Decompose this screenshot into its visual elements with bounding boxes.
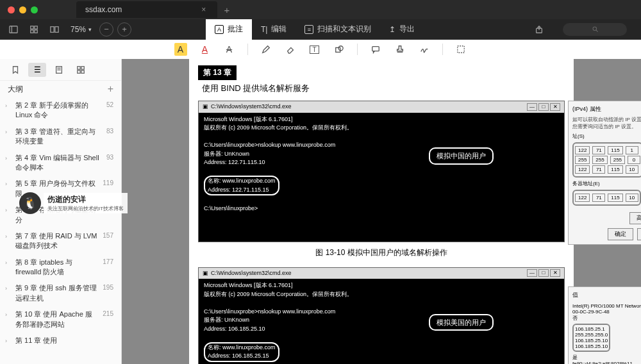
chevron-icon: › [5,154,12,163]
chevron-icon: › [5,180,12,188]
tab-export[interactable]: ↥导出 [380,19,424,40]
svg-rect-14 [457,46,464,53]
ipv4-properties: (IPv4) 属性 如可以获取自动指派的 IP 设置。否则， 您需要询问适当的 … [568,101,641,245]
chapter-title: 使用 BIND 提供域名解析服务 [199,83,574,94]
bubble-us: 模拟美国的用户 [429,314,494,331]
stamp-tool[interactable] [394,43,406,56]
tab-edit[interactable]: T|编辑 [252,19,296,40]
caption-1: 图 13-10 模拟中国用户的域名解析操作 [189,247,574,258]
outline-item[interactable]: ›第 10 章 使用 Apache 服务部署静态网站215 [0,306,121,333]
annot-view-icon[interactable] [50,63,68,77]
chevron-icon: › [5,337,12,345]
select-tool[interactable] [454,43,467,56]
outline-item[interactable]: ›第 6 章 存储结构与磁盘划分136 [0,202,121,228]
sidebar-title: 大纲 [8,84,23,95]
zoom-in-button[interactable]: + [117,22,131,37]
traffic-lights [8,6,38,13]
textbox-tool[interactable]: T [308,43,321,56]
terminal-1: ▣C:\Windows\system32\cmd.exe—□✕ Microsof… [198,101,565,242]
outline-item[interactable]: ›第 3 章 管道符、重定向与环境变量83 [0,124,121,150]
svg-rect-7 [55,26,58,32]
max-dot[interactable] [31,6,38,13]
cmd-icon: ▣ [203,103,208,112]
chevron-icon: › [5,233,12,241]
zoom-out-button[interactable]: − [99,22,113,37]
outline-item[interactable]: ›第 4 章 Vim 编辑器与 Shell 命令脚本93 [0,150,121,176]
svg-line-10 [595,30,597,32]
outline-list[interactable]: ›第 2 章 新手必须掌握的 Linux 命令52›第 3 章 管道符、重定向与… [0,97,121,364]
outline-item[interactable]: ›第 8 章 iptables 与 firewalld 防火墙177 [0,254,121,281]
close-dot[interactable] [8,6,15,13]
tab-scan[interactable]: ≡扫描和文本识别 [296,19,380,40]
svg-rect-6 [51,26,54,32]
terminal-2: ▣C:\Windows\system32\cmd.exe—□✕ Microsof… [198,267,565,365]
chevron-icon: › [5,259,12,267]
outline-view-icon[interactable]: ☰ [28,63,46,77]
chevron-icon: › [5,285,12,293]
bookmark-view-icon[interactable] [6,63,24,77]
shape-tool[interactable] [333,43,345,56]
tab-annotate[interactable]: A批注 [206,19,252,40]
search-input[interactable] [563,23,627,36]
share-icon[interactable] [531,21,547,38]
chevron-icon: › [5,311,12,319]
outline-item[interactable]: ›第 9 章 使用 ssh 服务管理远程主机195 [0,280,121,306]
sidebar: ☰ 大纲 + ›第 2 章 新手必须掌握的 Linux 命令52›第 3 章 管… [0,59,122,364]
figure-13-11: ▣C:\Windows\system32\cmd.exe—□✕ Microsof… [198,267,565,365]
cmd-icon: ▣ [203,269,208,278]
outline-item[interactable]: ›第 2 章 新手必须掌握的 Linux 命令52 [0,97,121,124]
new-tab-button[interactable]: + [224,4,229,15]
svg-rect-20 [78,70,80,72]
outline-item[interactable]: ›第 11 章 使用 [0,333,121,349]
zoom-level[interactable]: 75% ▾ [67,25,96,34]
svg-rect-4 [31,29,33,32]
eraser-tool[interactable] [284,43,297,56]
svg-rect-19 [81,66,84,69]
sign-tool[interactable] [418,43,431,56]
chevron-icon: › [5,206,12,215]
svg-point-12 [338,46,343,51]
tab-title: ssdax.com [85,5,122,14]
add-outline-button[interactable]: + [108,83,113,95]
mode-tabs: A批注 T|编辑 ≡扫描和文本识别 ↥导出 [206,19,424,40]
grid-view-icon[interactable] [26,21,42,38]
browser-tab[interactable]: ssdax.com × [76,1,217,18]
outline-item[interactable]: ›第 5 章 用户身份与文件权限119 [0,176,121,202]
svg-rect-13 [372,47,379,51]
page: 第 13 章 使用 BIND 提供域名解析服务 ▣C:\Windows\syst… [189,59,574,364]
svg-rect-3 [35,26,37,28]
bubble-cn: 模拟中国的用户 [429,147,494,165]
svg-point-9 [593,27,597,31]
document-viewport[interactable]: 第 13 章 使用 BIND 提供域名解析服务 ▣C:\Windows\syst… [122,59,641,364]
outline-item[interactable]: ›第 7 章 使用 RAID 与 LVM 磁盘阵列技术157 [0,228,121,254]
sidebar-toggle-icon[interactable] [5,21,22,38]
thumb-view-icon[interactable] [72,63,90,77]
svg-rect-0 [10,26,17,33]
figure-13-10: ▣C:\Windows\system32\cmd.exe—□✕ Microsof… [198,101,565,242]
note-tool[interactable] [369,43,382,56]
highlight-tool[interactable]: A [174,43,187,56]
strike-tool[interactable]: A [223,43,236,56]
svg-rect-2 [31,26,33,28]
chevron-icon: › [5,128,12,136]
annotation-toolbar: A A A T [0,40,641,59]
svg-rect-21 [81,70,84,72]
svg-rect-18 [78,66,80,69]
toolbar: 75% ▾ − + A批注 T|编辑 ≡扫描和文本识别 ↥导出 [0,19,641,40]
pen-tool[interactable] [260,43,272,56]
network-details: 值 Intel(R) PRO/1000 MT Network Conn 00-0… [568,286,641,365]
chevron-icon: › [5,102,12,110]
two-page-icon[interactable] [46,21,63,38]
close-tab-icon[interactable]: × [199,5,208,14]
min-dot[interactable] [19,6,26,13]
svg-rect-5 [35,29,37,32]
underline-tool[interactable]: A [199,43,212,56]
chapter-badge: 第 13 章 [198,65,237,80]
titlebar: ssdax.com × + [0,0,641,19]
